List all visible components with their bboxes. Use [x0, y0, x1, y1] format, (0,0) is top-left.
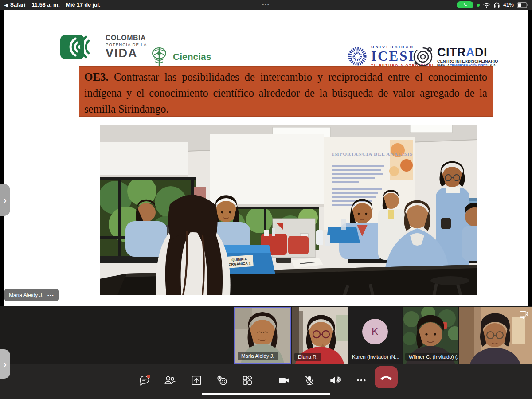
- reactions-icon: [215, 374, 229, 387]
- mic-muted-button[interactable]: [299, 370, 320, 391]
- participant-name-label: Diana R.: [294, 353, 321, 361]
- phone-icon: [462, 2, 468, 8]
- participant-tile-wilmer[interactable]: Wilmer C. (Invitado) (...: [403, 307, 458, 364]
- headphones-icon: [493, 2, 500, 8]
- lab-photo-illustration: IMPORTANCIA DEL ANÁLISIS: [100, 125, 477, 295]
- people-button[interactable]: [159, 370, 180, 391]
- more-options-button[interactable]: [351, 370, 372, 391]
- status-bar: ◀ Safari 11:58 a. m. Mié 17 de jul. ••• …: [0, 0, 532, 10]
- people-icon: [163, 374, 176, 387]
- presenter-more-menu[interactable]: •••: [47, 293, 54, 298]
- more-dots-icon: [355, 374, 368, 387]
- participant-tile-diana[interactable]: Diana R.: [292, 307, 348, 364]
- chat-button[interactable]: [134, 370, 155, 391]
- citradi-name-a: CITR: [437, 46, 466, 59]
- objective-prefix: OE3.: [84, 71, 109, 83]
- colombia-line1: COLOMBIA: [106, 35, 147, 42]
- mic-muted-icon: [303, 374, 316, 387]
- side-panel-expand-tab-bottom[interactable]: ›: [0, 349, 10, 379]
- wifi-icon: [483, 2, 490, 8]
- call-area: Maria Aleidy J. Diana R. K Karen (Invita…: [0, 306, 532, 399]
- ciencias-label: Ciencias: [173, 51, 211, 62]
- mic-active-dot: [477, 4, 480, 7]
- camera-on-icon: [277, 374, 291, 387]
- share-screen-button[interactable]: [186, 370, 207, 391]
- reactions-button[interactable]: [211, 370, 233, 391]
- apps-icon: [241, 374, 254, 387]
- apps-button[interactable]: [237, 370, 258, 391]
- chevron-right-icon: ›: [4, 359, 7, 369]
- citradi-name-b: A: [466, 46, 475, 59]
- participant-name-label: Maria Aleidy J.: [238, 352, 278, 360]
- participant-tile-maria[interactable]: Maria Aleidy J.: [234, 307, 291, 364]
- bin-label: QUÍMICA ORGÁNICA 1: [225, 255, 254, 268]
- chevron-right-icon: ›: [4, 195, 7, 205]
- lab-photo: IMPORTANCIA DEL ANÁLISIS: [100, 125, 477, 295]
- side-panel-expand-tab[interactable]: ›: [0, 184, 10, 216]
- speaker-button[interactable]: [325, 370, 346, 391]
- battery-percent: 41%: [503, 2, 514, 8]
- karen-initial: K: [372, 325, 379, 338]
- participant-name-label: Wilmer C. (Invitado) (...: [405, 353, 458, 361]
- active-call-pill[interactable]: [457, 1, 473, 8]
- participant-name-label: Karen (Invitado) (N...: [352, 354, 399, 360]
- presenter-name: Maria Aleidy J.: [9, 292, 43, 298]
- presenter-tag: Maria Aleidy J. •••: [4, 289, 59, 301]
- participant-tile-fifth[interactable]: [459, 307, 532, 364]
- ciencias-crest-icon: [150, 46, 168, 67]
- colombia-logo-icon: [60, 34, 101, 60]
- citradi-orbit-icon: [411, 45, 434, 68]
- karen-avatar: K: [362, 319, 388, 344]
- chat-icon: [138, 374, 151, 387]
- home-indicator[interactable]: [202, 393, 330, 395]
- objective-text-box: OE3.Contrastar las posibilidades de inte…: [79, 66, 493, 117]
- colombia-line3: VIDA: [106, 47, 147, 59]
- objective-body: Contrastar las posibilidades de intercam…: [84, 71, 487, 115]
- icesi-sun-icon: [347, 46, 368, 66]
- citradi-sub1: CENTRO INTERDISCIPLINARIO: [437, 59, 498, 63]
- hangup-button[interactable]: [375, 366, 398, 388]
- camera-button[interactable]: [274, 370, 295, 391]
- logo-colombia-potencia: COLOMBIA POTENCIA DE LA VIDA: [60, 34, 147, 60]
- projection-title: IMPORTANCIA DEL ANÁLISIS: [332, 151, 413, 156]
- share-screen-icon: [190, 374, 203, 387]
- switch-camera-icon[interactable]: [519, 310, 528, 319]
- logo-citradi: CITRADI CENTRO INTERDISCIPLINARIO PARA L…: [411, 45, 498, 68]
- citradi-name-c: DI: [475, 46, 487, 59]
- logo-ciencias: Ciencias: [150, 46, 211, 67]
- hangup-icon: [379, 372, 393, 382]
- battery-icon: [517, 2, 528, 8]
- shared-slide: COLOMBIA POTENCIA DE LA VIDA Ciencias UN…: [4, 10, 528, 306]
- multitask-dots-icon[interactable]: •••: [0, 0, 532, 10]
- participant-tile-karen[interactable]: K Karen (Invitado) (N...: [348, 307, 402, 364]
- speaker-bluetooth-icon: [329, 374, 343, 387]
